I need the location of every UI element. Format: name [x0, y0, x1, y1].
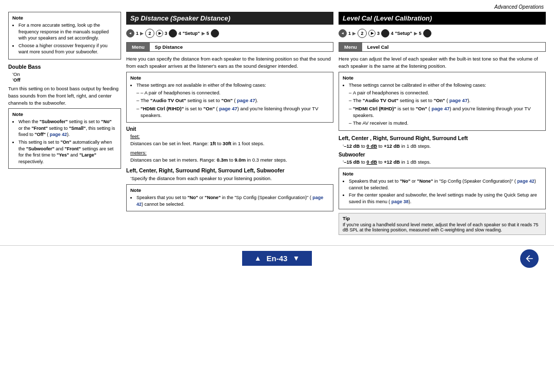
right-tip-title: Tip: [343, 215, 542, 221]
right-note1-dash1: A pair of headphones is connected.: [349, 89, 542, 96]
mid-step-2: 2: [145, 29, 154, 38]
mid-menu-bar: Menu Sp Distance: [126, 42, 333, 52]
mid-step-3: [169, 29, 177, 37]
left-note1-title: Note: [12, 15, 117, 21]
left-note1-item1: For a more accurate setting, look up the…: [18, 22, 117, 42]
right-note1-title: Note: [343, 75, 542, 81]
right-subwoofer-heading: Subwoofer: [339, 152, 546, 158]
header-title: Advanced Operations: [494, 4, 544, 10]
mid-note2: Note Speakers that you set to "No" or "N…: [126, 184, 333, 211]
mid-intro: Here you can specify the distance from e…: [126, 55, 333, 70]
right-setup-label: "Setup": [395, 31, 412, 36]
left-column: Note For a more accurate setting, look u…: [8, 12, 121, 235]
right-left-center-heading: Left, Center , Right, Surround Right, Su…: [339, 135, 546, 141]
right-note2: Note Speakers that you set to "No" or "N…: [339, 168, 546, 209]
right-menu-bar: Menu Level Cal: [339, 42, 546, 52]
page-footer: ▲ En-43 ▼: [0, 245, 554, 271]
right-note1: Note These settings cannot be calibrated…: [339, 72, 546, 131]
mid-unit-content: feet: Distances can be set in feet. Rang…: [126, 133, 333, 163]
right-note2-item1: Speakers that you set to "No" or "None" …: [349, 178, 542, 191]
right-menu-value: Level Cal: [362, 43, 394, 51]
mid-menu-value: Sp Distance: [150, 43, 188, 51]
mid-steps-row: ◂ 1 ▶ 2 ▶ 3 4 "Setup" ▶ 5: [126, 29, 333, 38]
page-number: ▲ En-43 ▼: [242, 251, 312, 266]
right-step-5: [423, 29, 431, 37]
mid-meters-label: meters:: [130, 150, 147, 155]
right-step-3: [381, 29, 389, 37]
arrow-up-icon[interactable]: ▲: [254, 254, 262, 262]
left-note1: Note For a more accurate setting, look u…: [8, 12, 121, 60]
mid-speaker-desc: Specify the distance from each speaker t…: [131, 175, 272, 181]
right-menu-label: Menu: [339, 43, 362, 51]
mid-feet-desc: Distances can be set in feet. Range: 1ft…: [130, 141, 264, 146]
right-step-2b: ▶: [368, 30, 375, 37]
mid-note2-item1: Speakers that you set to "No" or "None" …: [136, 194, 329, 207]
mid-unit-heading: Unit: [126, 126, 333, 132]
right-subwoofer-range-wrap: ’–15 dB to 0 dB to +12 dB in 1 dB steps.: [339, 159, 546, 166]
mid-col-title: Sp Distance (Speaker Distance): [126, 12, 333, 25]
mid-note1: Note These settings are not available in…: [126, 72, 333, 123]
arrow-down-icon[interactable]: ▼: [292, 254, 300, 262]
mid-note1-dash2: The "Audio TV Out" setting is set to "On…: [136, 97, 329, 104]
mid-speaker-heading: Left, Center, Right, Surround Right, Sur…: [126, 167, 333, 173]
mid-note2-title: Note: [130, 187, 329, 193]
left-note2-item2: This setting is set to "On" automaticall…: [18, 139, 117, 165]
mid-setup-label: "Setup": [183, 31, 200, 36]
left-note2-title: Note: [12, 111, 117, 117]
mid-menu-label: Menu: [127, 43, 150, 51]
page-header: Advanced Operations: [0, 0, 554, 12]
double-bass-options: ’On ’Off: [8, 71, 121, 83]
right-col-title: Level Cal (Level Calibration): [339, 12, 546, 25]
mid-note1-dash3: "HDMI Ctrl (RIHD)" is set to "On" ( page…: [136, 105, 329, 119]
right-note1-dash2: The "Audio TV Out" setting is set to "On…: [349, 97, 542, 104]
left-note1-item2: Choose a higher crossover frequency if y…: [18, 43, 117, 55]
page-num-label: En-43: [267, 254, 288, 263]
right-intro: Here you can adjust the level of each sp…: [339, 55, 546, 70]
mid-note1-item1: These settings are not available in eith…: [136, 82, 329, 89]
right-column: Level Cal (Level Calibration) ◂ 1 ▶ 2 ▶ …: [339, 12, 546, 235]
right-steps-row: ◂ 1 ▶ 2 ▶ 3 4 "Setup" ▶ 5: [339, 29, 546, 38]
double-bass-off: Off: [13, 77, 21, 83]
double-bass-desc: Turn this setting on to boost bass outpu…: [8, 85, 121, 106]
mid-step-5: [211, 29, 219, 37]
right-step-2: 2: [358, 29, 367, 38]
mid-step-2b: ▶: [156, 30, 163, 37]
mid-feet-label: feet:: [130, 133, 140, 139]
mid-note1-dash1: – A pair of headphones is connected.: [136, 89, 329, 96]
mid-note1-title: Note: [130, 75, 329, 81]
right-tip: Tip If you're using a handheld sound lev…: [339, 213, 546, 235]
main-content: Note For a more accurate setting, look u…: [0, 12, 554, 240]
left-note2: Note When the "Subwoofer" setting is set…: [8, 108, 121, 169]
mid-meters-desc: Distances can be set in meters. Range: 0…: [130, 157, 287, 163]
right-note1-dash4: The AV receiver is muted.: [349, 120, 542, 126]
right-step-1: ◂: [339, 29, 347, 37]
right-tip-text: If you're using a handheld sound level m…: [343, 222, 538, 232]
double-bass-heading: Double Bass: [8, 64, 121, 70]
double-bass-on: On: [13, 71, 20, 77]
right-note2-title: Note: [343, 171, 542, 177]
left-note2-item1: When the "Subwoofer" setting is set to "…: [18, 119, 117, 138]
right-note1-dash3: "HDMI Ctrl (RIHD)" is set to "On" ( page…: [349, 105, 542, 119]
right-left-center-range-wrap: ’–12 dB to 0 dB to +12 dB in 1 dB steps.: [339, 143, 546, 150]
back-button[interactable]: [520, 249, 539, 268]
right-note2-item2: For the center speaker and subwoofer, th…: [349, 192, 542, 205]
mid-column: Sp Distance (Speaker Distance) ◂ 1 ▶ 2 ▶…: [126, 12, 333, 235]
mid-speaker-desc-wrap: ’Specify the distance from each speaker …: [126, 175, 333, 182]
right-note1-item1: These settings cannot be calibrated in e…: [349, 82, 542, 89]
mid-step-1: ◂: [126, 29, 134, 37]
